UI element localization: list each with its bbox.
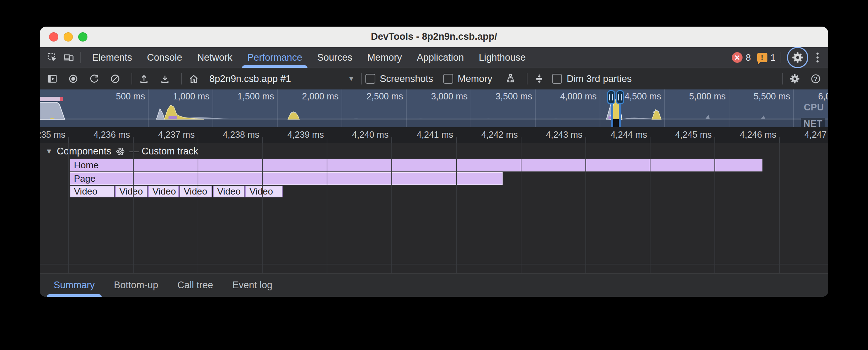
target-selector-value: 8p2n9n.csb.app #1: [209, 73, 291, 84]
dim-3rd-parties-toggle[interactable]: Dim 3rd parties: [552, 73, 632, 84]
screenshots-toggle[interactable]: Screenshots: [365, 73, 433, 84]
tab-application[interactable]: Application: [409, 47, 471, 68]
selection-left-handle[interactable]: [607, 90, 615, 104]
memory-checkbox[interactable]: [443, 74, 453, 84]
track-span-video[interactable]: Video: [213, 186, 245, 197]
components-track-subtitle: — Custom track: [129, 146, 198, 157]
track-gridline: [650, 143, 650, 273]
overview-tick-label: 6,000 ms: [790, 91, 829, 102]
track-divider-line: [40, 264, 828, 264]
record-icon[interactable]: [65, 71, 81, 87]
overview-tick-label: 500 ms: [80, 91, 145, 102]
ruler-tick-label: 4,244 ms: [582, 130, 647, 140]
tab-console[interactable]: Console: [140, 47, 190, 68]
tab-sources[interactable]: Sources: [310, 47, 360, 68]
settings-gear-icon[interactable]: [787, 47, 808, 68]
divider: [361, 73, 362, 84]
memory-label: Memory: [458, 73, 493, 84]
device-toolbar-icon[interactable]: [60, 49, 77, 66]
components-track-title: Components: [57, 146, 111, 157]
home-icon[interactable]: [186, 71, 202, 87]
titlebar: DevTools - 8p2n9n.csb.app/: [40, 27, 828, 47]
time-ruler[interactable]: 4,235 ms4,236 ms4,237 ms4,238 ms4,239 ms…: [40, 127, 828, 143]
bottom-tab-bottom-up[interactable]: Bottom-up: [105, 274, 168, 297]
track-span-page[interactable]: Page: [70, 172, 503, 185]
ruler-tick-label: 4,239 ms: [259, 130, 324, 140]
traffic-lights: [49, 27, 87, 47]
cpu-track-label: CPU: [804, 102, 824, 113]
tab-lighthouse[interactable]: Lighthouse: [471, 47, 533, 68]
active-tab-underline: [242, 65, 308, 68]
overview-tick-label: 4,500 ms: [596, 91, 661, 102]
bottom-tab-summary[interactable]: Summary: [44, 274, 105, 297]
divider: [782, 73, 783, 84]
track-gridline: [521, 143, 521, 273]
close-window-button[interactable]: [49, 32, 58, 42]
track-span-video[interactable]: Video: [245, 186, 283, 197]
screenshots-label: Screenshots: [380, 73, 433, 84]
memory-toggle[interactable]: Memory: [443, 73, 493, 84]
track-area[interactable]: ▼ Components — Custom track HomePageVide…: [40, 143, 828, 273]
track-gridline: [327, 143, 327, 273]
track-gridline: [391, 143, 392, 273]
devtools-window: DevTools - 8p2n9n.csb.app/ ElementsConso…: [40, 27, 828, 297]
toggle-sidebar-icon[interactable]: [44, 71, 60, 87]
bottom-tab-call-tree[interactable]: Call tree: [168, 274, 223, 297]
track-gridline: [133, 143, 134, 273]
track-gridline: [68, 143, 69, 273]
collapse-triangle-icon[interactable]: ▼: [45, 147, 53, 155]
selection-right-handle[interactable]: [616, 90, 624, 104]
overview-tick-label: 3,500 ms: [467, 91, 532, 102]
divider: [80, 52, 81, 63]
zoom-window-button[interactable]: [78, 32, 87, 42]
divider: [781, 52, 781, 63]
analysis-tabbar: SummaryBottom-upCall treeEvent log: [40, 273, 828, 297]
track-span-video[interactable]: Video: [148, 186, 179, 197]
track-span-video[interactable]: Video: [180, 186, 212, 197]
issue-count: 1: [771, 52, 776, 63]
timeline-overview[interactable]: 500 ms1,000 ms1,500 ms2,000 ms2,500 ms3,…: [40, 89, 828, 127]
track-span-video[interactable]: Video: [115, 186, 148, 197]
tab-performance[interactable]: Performance: [240, 47, 310, 68]
capture-settings-gear-icon[interactable]: [787, 71, 803, 87]
ruler-tick-label: 4,245 ms: [647, 130, 712, 140]
bottom-tab-event-log[interactable]: Event log: [223, 274, 282, 297]
track-gridline: [262, 143, 263, 273]
dim-3rd-parties-checkbox[interactable]: [552, 74, 562, 84]
clear-recording-icon[interactable]: [107, 71, 123, 87]
save-profile-icon[interactable]: [157, 71, 173, 87]
inspect-element-icon[interactable]: [44, 49, 60, 66]
ruler-tick-label: 4,243 ms: [518, 130, 583, 140]
selection-left-edge[interactable]: [611, 102, 613, 127]
dim-3rd-parties-label: Dim 3rd parties: [567, 73, 632, 84]
panel-tabs: ElementsConsoleNetworkPerformanceSources…: [85, 47, 533, 68]
tab-network[interactable]: Network: [190, 47, 240, 68]
help-icon[interactable]: [808, 71, 824, 87]
track-span-home[interactable]: Home: [70, 159, 762, 171]
overview-tick-label: 5,000 ms: [661, 91, 726, 102]
compress-tracks-icon[interactable]: [531, 71, 547, 87]
screenshots-checkbox[interactable]: [365, 74, 375, 84]
error-count: 8: [746, 52, 751, 63]
divider: [132, 73, 132, 84]
target-selector[interactable]: 8p2n9n.csb.app #1 ▼: [209, 73, 355, 84]
devtools-tabbar: ElementsConsoleNetworkPerformanceSources…: [40, 47, 828, 68]
tab-elements[interactable]: Elements: [85, 47, 140, 68]
reload-and-record-icon[interactable]: [86, 71, 102, 87]
minimize-window-button[interactable]: [64, 32, 73, 42]
ruler-tick-label: 4,246 ms: [712, 130, 776, 140]
overview-tick-label: 1,500 ms: [209, 91, 274, 102]
tab-memory[interactable]: Memory: [360, 47, 409, 68]
issues-icon[interactable]: !: [757, 53, 767, 62]
track-span-video[interactable]: Video: [70, 186, 114, 197]
ruler-tick-label: 4,237 ms: [130, 130, 195, 140]
ruler-tick-label: 4,235 ms: [40, 130, 65, 140]
collect-garbage-icon[interactable]: [502, 71, 519, 87]
load-profile-icon[interactable]: [136, 71, 152, 87]
overview-tick-label: 5,500 ms: [725, 91, 790, 102]
selection-right-edge[interactable]: [619, 102, 621, 127]
overview-tick-label: 2,500 ms: [338, 91, 403, 102]
kebab-menu-icon[interactable]: [810, 49, 825, 66]
track-gridline: [779, 143, 780, 273]
console-errors-icon[interactable]: ×: [732, 52, 743, 63]
